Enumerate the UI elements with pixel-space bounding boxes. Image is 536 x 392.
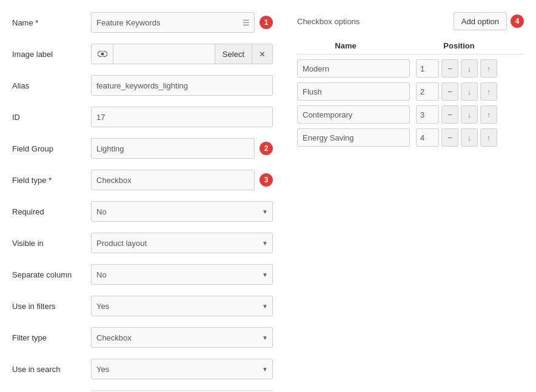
- add-option-label: Add option: [461, 17, 499, 26]
- right-header: Checkbox options Add option 4: [297, 12, 524, 30]
- image-label-label: Image label: [12, 50, 91, 59]
- option-controls: − ↓ ↑: [416, 59, 497, 78]
- field-type-row: Field type * 3: [12, 170, 273, 190]
- options-position-header: Position: [394, 41, 524, 50]
- alias-row: Alias: [12, 75, 273, 96]
- options-name-header: Name: [297, 41, 394, 50]
- filter-type-control: Checkbox Select ▼: [91, 327, 273, 348]
- main-layout: Name * ☰ 1 Image label Sel: [12, 12, 524, 392]
- right-panel: Checkbox options Add option 4 Name Posit…: [297, 12, 524, 392]
- use-in-search-select[interactable]: Yes No: [91, 359, 273, 379]
- visible-in-select-wrapper: Product layout Other ▼: [91, 233, 273, 253]
- separate-column-select[interactable]: No Yes: [91, 264, 273, 285]
- name-row: Name * ☰ 1: [12, 12, 273, 33]
- separate-column-label: Separate column: [12, 270, 91, 279]
- left-panel: Name * ☰ 1 Image label Sel: [12, 12, 273, 392]
- field-group-label: Field Group: [12, 144, 91, 153]
- option-minus-button[interactable]: −: [441, 59, 458, 78]
- option-minus-button[interactable]: −: [441, 105, 458, 124]
- svg-point-1: [101, 53, 104, 56]
- visible-in-row: Visible in Product layout Other ▼: [12, 233, 273, 253]
- option-name-input[interactable]: [297, 59, 410, 78]
- table-row: − ↓ ↑: [297, 128, 524, 147]
- option-position-input[interactable]: [416, 128, 439, 147]
- option-position-input[interactable]: [416, 59, 439, 78]
- filter-type-row: Filter type Checkbox Select ▼: [12, 327, 273, 348]
- option-controls: − ↓ ↑: [416, 128, 497, 147]
- field-type-label: Field type *: [12, 176, 91, 185]
- field-type-input[interactable]: [91, 170, 255, 190]
- visible-in-label: Visible in: [12, 239, 91, 248]
- required-label: Required: [12, 207, 91, 216]
- option-up-button[interactable]: ↑: [480, 105, 497, 124]
- eye-button[interactable]: [92, 44, 113, 64]
- table-row: − ↓ ↑: [297, 82, 524, 101]
- field-type-control: [91, 170, 255, 190]
- alias-label: Alias: [12, 81, 91, 90]
- option-minus-button[interactable]: −: [441, 128, 458, 147]
- use-in-filters-control: Yes No ▼: [91, 296, 273, 316]
- id-control: [91, 107, 273, 127]
- option-name-input[interactable]: [297, 105, 410, 124]
- checkbox-options-label: Checkbox options: [297, 17, 360, 26]
- option-controls: − ↓ ↑: [416, 105, 497, 124]
- image-label-wrap: Select ✕: [91, 44, 273, 64]
- name-label: Name *: [12, 18, 91, 27]
- id-row: ID: [12, 107, 273, 127]
- filter-type-select-wrapper: Checkbox Select ▼: [91, 327, 273, 348]
- option-up-button[interactable]: ↑: [480, 128, 497, 147]
- option-up-button[interactable]: ↑: [480, 59, 497, 78]
- separate-column-control: No Yes ▼: [91, 264, 273, 285]
- field-group-input[interactable]: [91, 138, 255, 159]
- use-in-filters-label: Use in filters: [12, 302, 91, 311]
- option-down-button[interactable]: ↓: [461, 82, 478, 101]
- filter-type-select[interactable]: Checkbox Select: [91, 327, 273, 348]
- option-controls: − ↓ ↑: [416, 82, 497, 101]
- required-select-wrapper: No Yes ▼: [91, 201, 273, 222]
- use-in-search-select-wrapper: Yes No ▼: [91, 359, 273, 379]
- options-table-header: Name Position: [297, 38, 524, 55]
- option-name-input[interactable]: [297, 82, 410, 101]
- name-badge: 1: [260, 16, 273, 29]
- option-down-button[interactable]: ↓: [461, 128, 478, 147]
- required-select[interactable]: No Yes: [91, 201, 273, 222]
- option-position-input[interactable]: [416, 105, 439, 124]
- separate-column-select-wrapper: No Yes ▼: [91, 264, 273, 285]
- name-control: ☰: [91, 12, 255, 33]
- select-button[interactable]: Select: [215, 44, 252, 64]
- id-input[interactable]: [91, 107, 273, 127]
- required-control: No Yes ▼: [91, 201, 273, 222]
- filter-type-label: Filter type: [12, 333, 91, 342]
- field-group-control: [91, 138, 255, 159]
- use-in-search-control: Yes No ▼: [91, 359, 273, 379]
- image-label-row: Image label Select ✕: [12, 44, 273, 64]
- option-down-button[interactable]: ↓: [461, 59, 478, 78]
- use-in-search-label: Use in search: [12, 365, 91, 374]
- options-list: − ↓ ↑ − ↓ ↑ − ↓ ↑ − ↓ ↑: [297, 59, 524, 147]
- option-minus-button[interactable]: −: [441, 82, 458, 101]
- id-label: ID: [12, 113, 91, 122]
- separate-column-row: Separate column No Yes ▼: [12, 264, 273, 285]
- image-label-control: Select ✕: [91, 44, 273, 64]
- use-in-search-row: Use in search Yes No ▼: [12, 359, 273, 379]
- name-icon: ☰: [243, 18, 250, 27]
- visible-in-select[interactable]: Product layout Other: [91, 233, 273, 253]
- table-row: − ↓ ↑: [297, 59, 524, 78]
- option-up-button[interactable]: ↑: [480, 82, 497, 101]
- option-position-input[interactable]: [416, 82, 439, 101]
- option-down-button[interactable]: ↓: [461, 105, 478, 124]
- use-in-filters-select[interactable]: Yes No: [91, 296, 273, 316]
- table-row: − ↓ ↑: [297, 105, 524, 124]
- visible-in-control: Product layout Other ▼: [91, 233, 273, 253]
- alias-input[interactable]: [91, 75, 273, 96]
- required-row: Required No Yes ▼: [12, 201, 273, 222]
- add-option-wrap: Add option 4: [454, 12, 524, 30]
- add-option-badge: 4: [511, 15, 524, 28]
- option-name-input[interactable]: [297, 128, 410, 147]
- clear-button[interactable]: ✕: [252, 44, 272, 64]
- name-input[interactable]: [91, 12, 255, 33]
- use-in-filters-select-wrapper: Yes No ▼: [91, 296, 273, 316]
- add-option-button[interactable]: Add option: [454, 12, 507, 30]
- field-group-row: Field Group 2: [12, 138, 273, 159]
- field-group-badge: 2: [260, 142, 273, 155]
